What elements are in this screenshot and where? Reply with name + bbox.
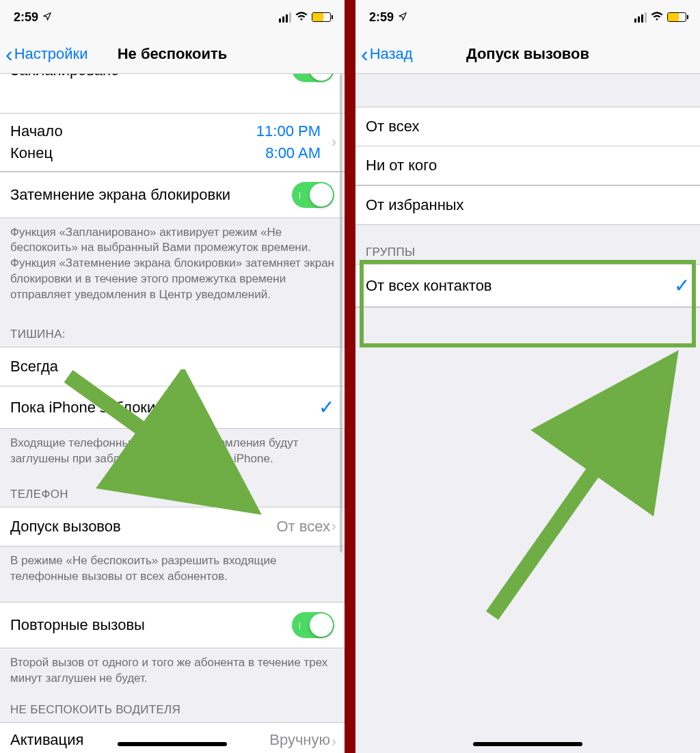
scroll-indicator[interactable]: [340, 74, 342, 553]
activation-value: Вручную: [269, 731, 334, 749]
schedule-row[interactable]: Начало 11:00 PM Конец 8:00 AM ›: [0, 113, 345, 172]
chevron-right-icon: ›: [332, 733, 336, 751]
home-indicator[interactable]: [118, 742, 227, 746]
chevron-right-icon: ›: [332, 518, 336, 536]
status-time: 2:59: [14, 10, 38, 25]
groups-header: ГРУППЫ: [355, 225, 700, 265]
dim-lock-row[interactable]: Затемнение экрана блокировки |: [0, 172, 345, 218]
nav-title: Не беспокоить: [118, 45, 228, 63]
screen-do-not-disturb: 2:59 ⚡ ‹ Настройки Не беспокоить Заплани…: [0, 0, 345, 753]
option-label: От всех: [366, 118, 420, 135]
option-everyone[interactable]: От всех: [355, 107, 700, 146]
option-label: От всех контактов: [366, 277, 492, 295]
silence-always-label: Всегда: [10, 358, 58, 375]
repeat-calls-label: Повторные вызовы: [10, 616, 145, 634]
silence-footer: Входящие телефонные вызовы и уведомления…: [0, 429, 345, 478]
screen-allow-calls: 2:59 ⚡ ‹ Назад Допуск вызовов От всех Ни…: [355, 0, 700, 753]
checkmark-icon: ✓: [674, 274, 690, 297]
activation-label: Активация: [10, 731, 83, 749]
start-value: 11:00 PM: [256, 122, 334, 140]
allow-footer: В режиме «Не беспокоить» разрешить входя…: [0, 546, 345, 596]
status-bar: 2:59 ⚡: [0, 0, 345, 34]
chevron-right-icon: ›: [332, 133, 336, 151]
home-indicator[interactable]: [473, 742, 582, 746]
content: От всех Ни от кого От избранных ГРУППЫ О…: [355, 74, 700, 308]
scheduled-toggle[interactable]: |: [292, 74, 334, 82]
signal-icon: [279, 12, 291, 23]
option-favorites[interactable]: От избранных: [355, 185, 700, 225]
phone-header: ТЕЛЕФОН: [0, 478, 345, 507]
nav-title: Допуск вызовов: [466, 45, 589, 63]
start-label: Начало: [10, 122, 63, 140]
option-label: Ни от кого: [366, 157, 437, 174]
content: Запланировано | Начало 11:00 PM Конец 8:…: [0, 74, 345, 754]
back-button[interactable]: ‹ Настройки: [5, 43, 88, 65]
silence-locked-row[interactable]: Пока iPhone заблокирован ✓: [0, 386, 345, 429]
status-bar: 2:59 ⚡: [355, 0, 700, 34]
chevron-left-icon: ‹: [361, 43, 368, 65]
wifi-icon: [295, 11, 308, 23]
allow-calls-label: Допуск вызовов: [10, 518, 121, 536]
signal-icon: [634, 12, 647, 23]
nav-bar: ‹ Назад Допуск вызовов: [355, 34, 700, 74]
silence-locked-label: Пока iPhone заблокирован: [10, 399, 197, 417]
status-time: 2:59: [369, 10, 394, 25]
location-icon: [42, 12, 52, 23]
nav-bar: ‹ Настройки Не беспокоить: [0, 34, 345, 74]
annotation-arrow: [458, 342, 690, 629]
repeat-footer: Второй вызов от одного и того же абонент…: [0, 648, 345, 698]
back-label: Назад: [370, 45, 413, 63]
driver-header: НЕ БЕСПОКОИТЬ ВОДИТЕЛЯ: [0, 698, 345, 722]
repeat-calls-toggle[interactable]: |: [292, 612, 334, 638]
repeat-calls-row[interactable]: Повторные вызовы |: [0, 602, 345, 648]
option-label: От избранных: [366, 196, 464, 214]
checkmark-icon: ✓: [319, 396, 334, 419]
allow-calls-value: От всех: [277, 518, 335, 536]
back-label: Настройки: [14, 45, 88, 63]
option-noone[interactable]: Ни от кого: [355, 146, 700, 185]
silence-header: ТИШИНА:: [0, 314, 345, 347]
back-button[interactable]: ‹ Назад: [361, 43, 413, 65]
scheduled-label: Запланировано: [10, 74, 119, 79]
location-icon: [398, 12, 407, 23]
chevron-left-icon: ‹: [5, 43, 13, 65]
activation-row[interactable]: Активация Вручную ›: [0, 722, 345, 753]
end-label: Конец: [10, 144, 53, 162]
svg-line-1: [492, 362, 670, 616]
dim-lock-label: Затемнение экрана блокировки: [10, 186, 230, 204]
wifi-icon: [650, 11, 664, 23]
scheduled-row[interactable]: Запланировано |: [0, 74, 345, 114]
battery-icon: ⚡: [667, 12, 686, 22]
dim-lock-toggle[interactable]: |: [292, 182, 334, 208]
scheduled-footer: Функция «Запланировано» активирует режим…: [0, 218, 345, 315]
allow-calls-row[interactable]: Допуск вызовов От всех ›: [0, 507, 345, 546]
silence-always-row[interactable]: Всегда: [0, 347, 345, 386]
option-all-contacts[interactable]: От всех контактов ✓: [355, 264, 700, 307]
end-value: 8:00 AM: [265, 144, 334, 162]
battery-icon: ⚡: [312, 12, 331, 22]
screenshot-divider: [345, 0, 355, 753]
